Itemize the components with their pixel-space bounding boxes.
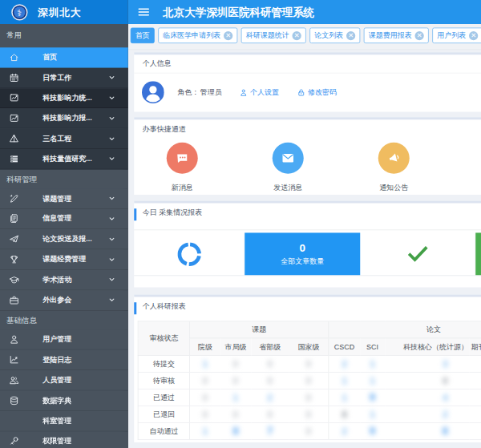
masked-cell-value: 0: [203, 410, 208, 420]
hospital-logo-icon: ⚕: [11, 4, 27, 20]
table-cell: 0: [220, 373, 251, 389]
sidebar-item[interactable]: 学术活动: [0, 270, 128, 290]
sidebar: ⚕ 深圳北大 常用首页日常工作科技影响力统...科技影响力报...三名工程科技量…: [0, 0, 128, 448]
sidebar-item[interactable]: 首页: [0, 47, 128, 67]
table-cell: [469, 389, 481, 406]
sidebar-menu: 常用首页日常工作科技影响力统...科技影响力报...三名工程科技量值研究...科…: [0, 24, 128, 448]
brand-area: ⚕ 深圳北大: [0, 0, 128, 24]
tab[interactable]: 课题费用报表✕: [364, 28, 429, 44]
sidebar-section-label: 常用: [0, 24, 128, 47]
sidebar-item[interactable]: 科室管理: [0, 411, 128, 431]
chevron-down-icon: [109, 156, 115, 163]
table-cell: 3: [385, 356, 469, 373]
change-password-label: 修改密码: [308, 87, 337, 98]
sidebar-item[interactable]: 人员管理: [0, 370, 128, 390]
sidebar-section-label: 基础信息: [0, 310, 128, 329]
sidebar-item[interactable]: 论文投送及报...: [0, 229, 128, 249]
app-root: ⚕ 深圳北大 常用首页日常工作科技影响力统...科技影响力报...三名工程科技量…: [0, 0, 481, 448]
personal-settings-link[interactable]: 个人设置: [240, 87, 280, 98]
panel-personal-research-report-title: 个人科研报表: [134, 297, 481, 316]
sidebar-item[interactable]: 信息管理: [0, 209, 128, 229]
sidebar-item[interactable]: 课题管理: [0, 188, 128, 208]
table-cell: [469, 373, 481, 389]
sidebar-item[interactable]: 科技影响力报...: [0, 108, 128, 128]
users-icon: [9, 375, 19, 385]
sidebar-item[interactable]: 权限管理: [0, 431, 128, 448]
sidebar-item[interactable]: 用户管理: [0, 329, 128, 349]
sidebar-item[interactable]: 三名工程: [0, 129, 128, 149]
tab[interactable]: 科研课题统计✕: [241, 28, 306, 44]
quick-action[interactable]: 发送消息: [235, 143, 341, 193]
panel-personal-research-report: 个人科研报表 审核状态课题论文院级市局级省部级国家级CSCDSCI科技核心（统计…: [134, 295, 481, 442]
graduation-cap-icon: [9, 275, 19, 285]
table-cell: 0: [385, 373, 469, 389]
quick-action[interactable]: 新消息: [129, 143, 235, 193]
sidebar-item-label: 课题经费管理: [42, 254, 86, 264]
table-cell: 1: [190, 423, 220, 440]
change-password-link[interactable]: 修改密码: [297, 87, 338, 98]
sidebar-item-label: 外出参会: [42, 295, 71, 305]
hamburger-icon[interactable]: [139, 8, 150, 16]
stat-box: [475, 233, 481, 276]
personal-settings-label: 个人设置: [250, 87, 279, 98]
masked-cell-value: 0: [233, 410, 238, 420]
tab[interactable]: 首页: [131, 28, 155, 44]
masked-cell-value: 0: [233, 376, 238, 386]
tab[interactable]: 论文列表✕: [309, 28, 360, 44]
tab-close-icon[interactable]: ✕: [293, 31, 301, 40]
row-status-label: 自动通过: [138, 423, 190, 440]
chevron-down-icon: [109, 95, 115, 101]
row-status-label: 待审核: [138, 373, 190, 389]
masked-cell-value: 1: [342, 393, 346, 403]
tab[interactable]: 临床医学申请列表✕: [158, 28, 237, 44]
masked-cell-value: 1: [370, 359, 374, 369]
chart-image-icon: [9, 113, 19, 123]
table-row: 待提交1000213: [138, 356, 481, 373]
masked-cell-value: 1: [203, 426, 208, 437]
paper-plane-icon: [9, 234, 19, 244]
sidebar-item[interactable]: 科技影响力统...: [0, 88, 128, 108]
database-icon: [9, 395, 19, 406]
tab-close-icon[interactable]: ✕: [415, 31, 424, 40]
tab-close-icon[interactable]: ✕: [224, 31, 232, 40]
sidebar-item[interactable]: 课题经费管理: [0, 249, 128, 269]
sidebar-item-label: 权限管理: [42, 436, 71, 446]
role-label: 角色：: [177, 87, 199, 98]
tab-label: 首页: [135, 30, 150, 41]
masked-cell-value: 0: [306, 393, 311, 403]
sidebar-item[interactable]: 外出参会: [0, 290, 128, 310]
avatar: [142, 81, 164, 103]
masked-cell-value: 1: [342, 376, 346, 386]
sidebar-item-label: 数据字典: [42, 395, 71, 406]
sidebar-item-label: 人员管理: [42, 375, 71, 385]
table-column-header: 国家级: [289, 338, 329, 356]
table-cell: 2: [251, 389, 289, 406]
table-cell: 8: [385, 423, 469, 440]
stat-label: 全部文章数量: [281, 256, 324, 267]
tab-close-icon[interactable]: ✕: [469, 31, 478, 40]
masked-cell-value: 1: [370, 410, 374, 420]
list-icon: [9, 154, 19, 164]
sidebar-item[interactable]: 数据字典: [0, 390, 128, 410]
sidebar-item[interactable]: 登陆日志: [0, 350, 128, 370]
panel-quick-actions-title: 办事快捷通道: [134, 119, 481, 138]
sidebar-item[interactable]: 科技量值研究...: [0, 149, 128, 169]
quick-action-label: 通知公告: [379, 183, 408, 193]
tab-label: 临床医学申请列表: [163, 30, 220, 41]
sidebar-item[interactable]: 日常工作: [0, 68, 128, 88]
chevron-down-icon: [109, 276, 115, 283]
chevron-down-icon: [109, 196, 115, 202]
table-cell: [469, 423, 481, 440]
table-corner-header: 审核状态: [138, 321, 190, 356]
quick-action[interactable]: 通知公告: [341, 143, 447, 193]
sidebar-item-label: 用户管理: [42, 334, 71, 345]
prism-icon: [9, 134, 19, 144]
table-group-header: 论文: [329, 321, 481, 338]
panel-personal-info-title: 个人信息: [134, 54, 481, 73]
tab-label: 课题费用报表: [369, 30, 412, 41]
accent-bar: [134, 303, 136, 315]
tab[interactable]: 用户列表✕: [432, 28, 481, 44]
table-cell: [469, 356, 481, 373]
masked-cell-value: 1: [370, 376, 374, 386]
tab-close-icon[interactable]: ✕: [346, 31, 355, 40]
